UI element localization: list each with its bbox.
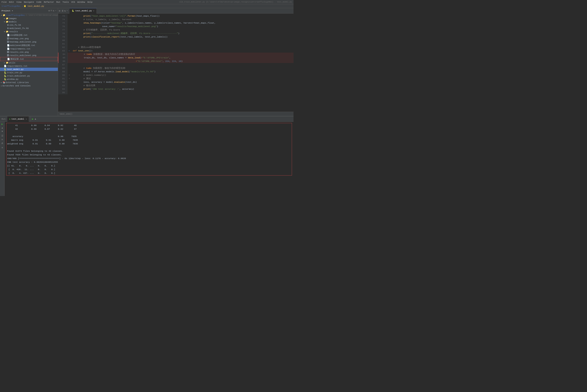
- project-title: Project ▾: [2, 10, 13, 12]
- menu-code[interactable]: Code: [36, 1, 41, 3]
- list-icon[interactable]: ≡: [51, 9, 52, 12]
- code-line-86: 86 r"E:\GTSRB_JPG\test", 224, 224, 16): [58, 60, 294, 63]
- run-panel: Run: ▶ test_model ✕ ▶ ▲ ▶ ▲: [0, 116, 294, 196]
- tree-results-cnn[interactable]: 🖼 results_cnn.png: [0, 50, 58, 54]
- scratches-label: Scratches and Consoles: [3, 85, 31, 87]
- file-label: results_cnn.png: [10, 51, 29, 53]
- run-list-icon[interactable]: ☰: [1, 134, 3, 137]
- tree-train-cnn[interactable]: 🐍 train_cnn.py: [0, 71, 58, 74]
- run-output[interactable]: 41 0.90 0.94 0.92 48 42 0.98 0.87 0.92 4…: [5, 122, 294, 196]
- code-line-83: 83 ▸ def test_cnn():: [58, 49, 294, 52]
- settings-icon[interactable]: ⚙: [48, 9, 50, 12]
- tree-requirements-results[interactable]: 📄 requirements.txt: [0, 47, 58, 50]
- menu-window[interactable]: Window: [77, 1, 85, 3]
- code-line-81: 81: [58, 42, 294, 46]
- output-line: [7, 131, 291, 134]
- run-section-header: Run: ▶ test_model ✕ ▶ ▲: [0, 116, 294, 122]
- sort-icon[interactable]: ⇅: [53, 9, 54, 12]
- menu-refactor[interactable]: Refactor: [44, 1, 54, 3]
- file-label: heatmap_cnn.png: [10, 38, 29, 40]
- py-file-icon: 🐍: [4, 71, 7, 74]
- menu-view[interactable]: View: [17, 1, 22, 3]
- file-label: window.py: [7, 78, 18, 80]
- scroll-up-button[interactable]: ▲: [35, 118, 36, 120]
- run-tab-label: test_model: [12, 118, 24, 120]
- minus-icon[interactable]: −: [66, 9, 68, 12]
- root-path: C:\Users\47382\Desktop\image_recognition…: [26, 14, 58, 16]
- close-tab-icon[interactable]: ✕: [93, 10, 94, 12]
- output-line: 41 0.90 0.94 0.92 48: [7, 124, 291, 127]
- expand-icon: ▸: [4, 18, 5, 20]
- file-icon: 🖼: [7, 40, 9, 43]
- tree-results-mobilenet[interactable]: 🖼 results_mobilenet.png: [0, 54, 58, 57]
- code-line-95: 95: [58, 91, 294, 94]
- code-line-85: 85 train_ds, test_ds, class_names = data…: [58, 56, 294, 60]
- libs-icon: 📚: [3, 81, 6, 84]
- code-line-79: 79 print(classification_report(test_real…: [58, 35, 294, 39]
- menu-vcs[interactable]: VCS: [71, 1, 75, 3]
- run-up-icon[interactable]: ▲: [2, 127, 3, 129]
- tree-test-log[interactable]: 📄 测试记录.txt: [0, 57, 58, 61]
- tree-scratches[interactable]: ✏ Scratches and Consoles: [0, 84, 58, 87]
- code-line-89: 89 model = tf.keras.models.load_model("m…: [58, 70, 294, 74]
- py-file-icon: 🐍: [4, 68, 7, 70]
- expand-icon: ▾: [1, 14, 2, 16]
- tree-utils[interactable]: ▸ 📁 utils: [0, 61, 58, 64]
- menu-edit[interactable]: Edit: [9, 1, 14, 3]
- run-tab-test-model[interactable]: ▶ test_model ✕: [7, 116, 29, 122]
- expand-icon: ▾: [4, 30, 5, 33]
- tree-root[interactable]: ▾ 📁 tranfficSignRec C:\Users\47382\Deskt…: [0, 14, 58, 17]
- folder-icon: 📁: [6, 17, 9, 20]
- output-line: 490/490 [==============================]…: [7, 156, 291, 160]
- folder-label: results: [9, 30, 18, 33]
- code-line-90: 90 ○ # model.summary(): [58, 74, 294, 77]
- settings-icon[interactable]: ⚙: [59, 9, 60, 12]
- file-icon: 🖼: [7, 51, 9, 53]
- tree-images[interactable]: ▸ 📁 images: [0, 17, 58, 20]
- editor-breadcrumb: test_cnn(): [58, 112, 294, 116]
- tab-test-model[interactable]: 🐍 test_model.py ✕: [70, 8, 97, 14]
- folder-icon: 📁: [6, 20, 9, 23]
- menu-navigate[interactable]: Navigate: [24, 1, 34, 3]
- tree-results[interactable]: ▾ 📁 results: [0, 30, 58, 33]
- menu-file[interactable]: File: [2, 1, 7, 3]
- menu-run[interactable]: Run: [56, 1, 60, 3]
- run-print-icon[interactable]: 🖨: [1, 142, 3, 144]
- expand-icon: ▸: [1, 82, 2, 84]
- run-settings-icon[interactable]: ⚙: [2, 146, 3, 149]
- run-content: ▶ ▲ ▼ ☰ ⊡ 🖨 ⚙ 41 0.90 0.94 0.92 48 42 0.…: [0, 122, 294, 196]
- tree-heatmap-mobilenet[interactable]: 🖼 heatmap_mobilenet.png: [0, 40, 58, 44]
- tree-heatmap-cnn[interactable]: 🖼 heatmap_cnn.png: [0, 37, 58, 40]
- code-line-74: 74 # title, x_labels, y_labels, harvest: [58, 18, 294, 21]
- tree-mobilenet-log[interactable]: 📄 mobilenet训练过程.txt: [0, 44, 58, 47]
- tree-external-libs[interactable]: ▸ 📚 External Libraries: [0, 81, 58, 84]
- py-file-icon: 🐍: [4, 78, 7, 80]
- tree-requirements-root[interactable]: 📄 requirements.txt: [0, 64, 58, 68]
- menu-help[interactable]: Help: [88, 1, 93, 3]
- run-play-icon[interactable]: ▶: [2, 122, 3, 126]
- file-label: cnn训练过程.txt: [10, 34, 28, 36]
- code-editor[interactable]: 73 print("heat_maps_mobilenet:\n{}".form…: [58, 14, 294, 112]
- code-line-73: 73 print("heat_maps_mobilenet:\n{}".form…: [58, 14, 294, 18]
- file-label: mobilenet训练过程.txt: [10, 44, 35, 47]
- run-down-icon[interactable]: ▼: [2, 130, 3, 132]
- tree-models[interactable]: ▾ 📁 models: [0, 20, 58, 24]
- code-line-75: 75 show_heatmaps(title="heatmap", x_labe…: [58, 21, 294, 25]
- path-tranfficsignrec: tranfficSignRec: [2, 5, 21, 7]
- run-filter-icon[interactable]: ⊡: [2, 138, 3, 141]
- tree-train-mobilenet[interactable]: 🐍 train_mobilenet.py: [0, 74, 58, 78]
- align-icon[interactable]: ⇅: [64, 9, 66, 12]
- tree-test-model[interactable]: 🐍 test_model.py: [0, 68, 58, 71]
- play-button[interactable]: ▶: [32, 117, 34, 120]
- collapse-icon[interactable]: −: [55, 9, 56, 12]
- tree-mobilenet-fv[interactable]: 🗎 mobilenet_fv.h5: [0, 27, 58, 30]
- output-line: accuracy 0.90 7835: [7, 134, 291, 138]
- tree-cnn-fv[interactable]: 🗎 cnn_fv.h5: [0, 24, 58, 27]
- run-tab-close[interactable]: ✕: [26, 118, 27, 120]
- tree-cnn-log[interactable]: 📄 cnn训练过程.txt: [0, 33, 58, 37]
- menu-tools[interactable]: Tools: [63, 1, 69, 3]
- code-line-82: 82 # 测试cnn模型准确率: [58, 46, 294, 49]
- tree-window[interactable]: 🐍 window.py: [0, 78, 58, 81]
- indent-icon[interactable]: ≣: [62, 9, 64, 12]
- libs-label: External Libraries: [6, 82, 29, 84]
